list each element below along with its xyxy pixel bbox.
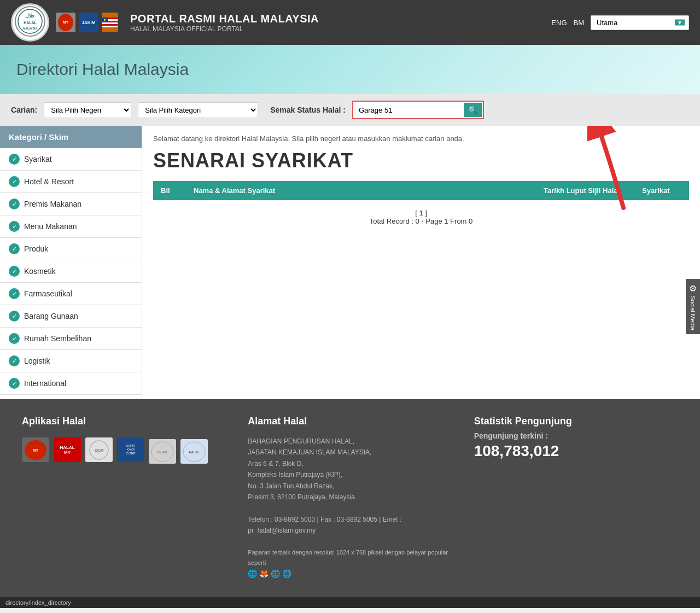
svg-text:MALAYSIA: MALAYSIA: [23, 27, 37, 30]
check-icon: ✓: [9, 378, 20, 389]
top-header: حلال HALAL MALAYSIA MY JAKIM: [0, 0, 700, 45]
sidebar: Kategori / Skim ✓ Syarikat ✓ Hotel & Res…: [0, 126, 142, 399]
sidebar-item-premis[interactable]: ✓ Premis Makanan: [0, 193, 142, 215]
addr-line-1: BAHAGIAN PENGURUSAN HALAL,: [248, 436, 452, 447]
footer-logo-2[interactable]: HALALMY: [54, 437, 81, 462]
check-icon: ✓: [9, 266, 20, 277]
addr-line-6: Presint 3, 62100 Putrajaya, Malaysia.: [248, 492, 452, 503]
svg-text:MY: MY: [33, 448, 39, 452]
senarai-title: SENARAI SYARIKAT: [153, 149, 689, 172]
footer-address-lines: BAHAGIAN PENGURUSAN HALAL, JABATAN KEMAJ…: [248, 436, 452, 581]
sidebar-item-label: Syarikat: [24, 155, 52, 164]
portal-title-block: PORTAL RASMI HALAL MALAYSIA HALAL MALAYS…: [125, 13, 542, 33]
header-right: ENG BM Utama Tentang Kami Direktori e-Se…: [549, 15, 689, 30]
banner: Direktori Halal Malaysia: [0, 45, 700, 94]
banner-title: Direktori Halal Malaysia: [16, 60, 189, 79]
footer: Aplikasi Halal MY HALALMY CCM SURAKAYACO…: [0, 399, 700, 597]
check-icon: ✓: [9, 333, 20, 344]
sidebar-item-label: Premis Makanan: [24, 200, 81, 208]
sidebar-item-farmaseutikal[interactable]: ✓ Farmaseutikal: [0, 283, 142, 305]
sidebar-item-logistik[interactable]: ✓ Logistik: [0, 350, 142, 372]
telefon-line: Telefon : 03-8892 5000 | Fax : 03-8892 5…: [248, 514, 452, 536]
check-icon: ✓: [9, 355, 20, 366]
lang-eng-button[interactable]: ENG: [549, 17, 569, 28]
carian-label: Carian:: [11, 106, 37, 114]
statistik-title: Statistik Pengunjung: [474, 416, 678, 427]
footer-logos: MY HALALMY CCM SURAKAYACORP ISLAM: [22, 436, 226, 464]
halal-logo: حلال HALAL MALAYSIA: [11, 3, 49, 42]
search-bar: Carian: Sila Pilih Negeri Johor Kedah Se…: [0, 94, 700, 126]
sidebar-item-label: Rumah Sembelihan: [24, 334, 91, 343]
social-media-panel: ⚙ Social Media: [686, 279, 700, 335]
search-input[interactable]: [354, 104, 464, 116]
svg-rect-10: [102, 22, 118, 24]
alamat-title: Alamat Halal: [248, 416, 452, 427]
pagination-info: [ 1 ] Total Record : 0 - Page 1 From 0: [153, 200, 689, 234]
footer-logo-3[interactable]: CCM: [85, 437, 113, 462]
check-icon: ✓: [9, 154, 20, 165]
sidebar-item-international[interactable]: ✓ International: [0, 372, 142, 395]
social-media-button[interactable]: ⚙ Social Media: [686, 279, 700, 335]
gear-icon: ⚙: [689, 283, 697, 294]
svg-rect-11: [102, 24, 118, 26]
svg-text:HALAL: HALAL: [189, 451, 200, 454]
semak-label: Semak Status Halal :: [270, 106, 346, 114]
check-icon: ✓: [9, 311, 20, 322]
footer-logo-5[interactable]: ISLAM: [149, 439, 176, 464]
sidebar-item-label: International: [24, 379, 66, 388]
svg-rect-12: [102, 26, 118, 27]
results-table: Bil Nama & Alamat Syarikat Tarikh Luput …: [153, 181, 689, 234]
sidebar-item-label: Hotel & Resort: [24, 177, 74, 186]
footer-statistik: Statistik Pengunjung Pengunjung terkini …: [474, 416, 678, 460]
social-media-label: Social Media: [690, 296, 696, 330]
jakim-logo: JAKIM: [79, 13, 98, 32]
footer-logo-6[interactable]: HALAL: [180, 439, 208, 464]
paparan-line: Paparan terbaik dengan resolusi 1024 x 7…: [248, 547, 452, 568]
aplikasi-title: Aplikasi Halal: [22, 416, 226, 427]
lang-bm-button[interactable]: BM: [571, 17, 587, 28]
sidebar-item-barang[interactable]: ✓ Barang Gunaan: [0, 305, 142, 328]
footer-logo-1[interactable]: MY: [22, 437, 49, 462]
svg-text:MY: MY: [63, 20, 69, 24]
total-record: Total Record : 0 - Page 1 From 0: [162, 217, 680, 225]
footer-logo-4[interactable]: SURAKAYACORP: [117, 437, 144, 462]
sidebar-item-label: Barang Gunaan: [24, 312, 78, 320]
addr-line-4: Kompleks Islam Putrajaya (KIP),: [248, 469, 452, 480]
search-icon: 🔍: [468, 106, 477, 114]
col-bil: Bil: [153, 181, 186, 200]
statusbar: directory/index_directory: [0, 597, 700, 608]
sidebar-item-label: Produk: [24, 244, 48, 253]
sidebar-item-hotel[interactable]: ✓ Hotel & Resort: [0, 171, 142, 193]
nav-select-wrapper[interactable]: Utama Tentang Kami Direktori e-Servis Hu…: [591, 15, 689, 30]
main-content: Kategori / Skim ✓ Syarikat ✓ Hotel & Res…: [0, 126, 700, 399]
negeri-select[interactable]: Sila Pilih Negeri Johor Kedah Selangor K…: [44, 102, 131, 118]
kategori-select[interactable]: Sila Pilih Kategori Syarikat Produk Hote…: [138, 102, 258, 118]
sidebar-header: Kategori / Skim: [0, 126, 142, 148]
col-tarikh: Tarikh Luput Sijil Halal: [536, 181, 634, 200]
sidebar-item-produk[interactable]: ✓ Produk: [0, 238, 142, 260]
sidebar-item-menu[interactable]: ✓ Menu Makanan: [0, 215, 142, 238]
col-nama: Nama & Alamat Syarikat: [186, 181, 536, 200]
search-button[interactable]: 🔍: [464, 103, 482, 117]
sidebar-item-label: Logistik: [24, 357, 50, 365]
gov-logos: MY JAKIM: [56, 13, 118, 32]
addr-line-2: JABATAN KEMAJUAN ISLAM MALAYSIA,: [248, 447, 452, 458]
sidebar-item-kosmetik[interactable]: ✓ Kosmetik: [0, 260, 142, 283]
pagination-links[interactable]: [ 1 ]: [162, 209, 680, 217]
search-input-wrapper: 🔍: [352, 101, 484, 119]
sidebar-item-rumah[interactable]: ✓ Rumah Sembelihan: [0, 328, 142, 350]
addr-line-5: No. 3 Jalan Tun Abdul Razak,: [248, 481, 452, 492]
sidebar-item-syarikat[interactable]: ✓ Syarikat: [0, 148, 142, 171]
svg-text:CCM: CCM: [95, 448, 103, 452]
svg-text:ISLAM: ISLAM: [158, 451, 167, 454]
svg-text:HALAL: HALAL: [24, 21, 37, 25]
sidebar-item-label: Farmaseutikal: [24, 289, 72, 298]
nav-select[interactable]: Utama Tentang Kami Direktori e-Servis Hu…: [591, 15, 689, 30]
svg-text:حلال: حلال: [25, 13, 35, 19]
content-area: Selamat datang ke direktori Halal Malays…: [142, 126, 700, 399]
portal-subtitle: HALAL MALAYSIA OFFICIAL PORTAL: [130, 25, 542, 33]
col-syarikat: Syarikat: [634, 181, 689, 200]
check-icon: ✓: [9, 176, 20, 187]
check-icon: ✓: [9, 221, 20, 232]
check-icon: ✓: [9, 288, 20, 299]
